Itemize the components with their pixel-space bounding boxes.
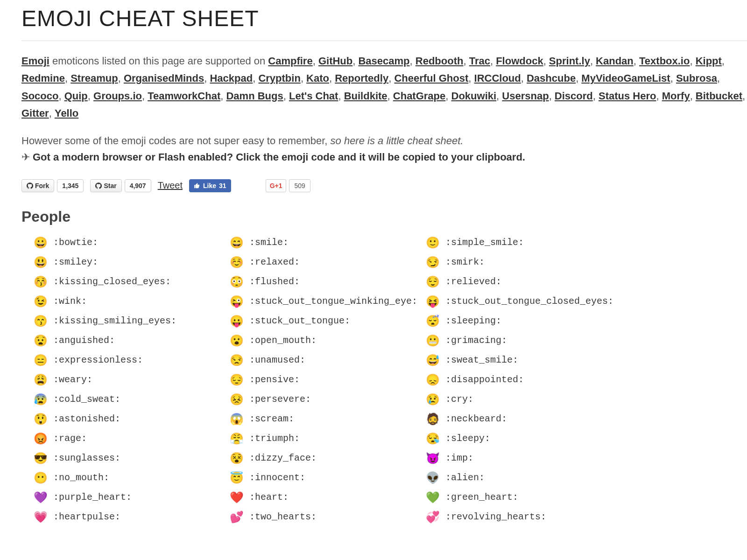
emoji-code[interactable]: :open_mouth: bbox=[249, 335, 317, 346]
emoji-glyph: 😛 bbox=[230, 315, 243, 328]
service-link[interactable]: Discord bbox=[555, 90, 593, 102]
emoji-code[interactable]: :kissing_smiling_eyes: bbox=[53, 315, 176, 326]
emoji-code[interactable]: :sleepy: bbox=[445, 433, 490, 444]
emoji-glyph: 😙 bbox=[34, 315, 47, 328]
service-link[interactable]: Sprint.ly bbox=[549, 55, 590, 67]
emoji-code[interactable]: :grimacing: bbox=[445, 335, 507, 346]
emoji-code[interactable]: :pensive: bbox=[249, 374, 300, 385]
service-link[interactable]: IRCCloud bbox=[474, 72, 521, 84]
service-link[interactable]: Quip bbox=[64, 90, 88, 102]
emoji-code[interactable]: :scream: bbox=[249, 413, 294, 424]
service-link[interactable]: MyVideoGameList bbox=[581, 72, 670, 84]
service-link[interactable]: Flowdock bbox=[496, 55, 543, 67]
service-link[interactable]: Kandan bbox=[596, 55, 634, 67]
emoji-code[interactable]: :sweat_smile: bbox=[445, 355, 518, 365]
github-fork-button[interactable]: Fork bbox=[21, 179, 54, 192]
emoji-code[interactable]: :relieved: bbox=[445, 276, 501, 287]
emoji-code[interactable]: :astonished: bbox=[53, 413, 120, 424]
emoji-code[interactable]: :unamused: bbox=[249, 355, 305, 365]
service-link[interactable]: Damn Bugs bbox=[226, 90, 283, 102]
service-link[interactable]: Campfire bbox=[268, 55, 312, 67]
service-link[interactable]: GitHub bbox=[318, 55, 352, 67]
emoji-code[interactable]: :kissing_closed_eyes: bbox=[53, 276, 171, 287]
github-star-button[interactable]: Star bbox=[90, 179, 121, 192]
service-link[interactable]: ChatGrape bbox=[393, 90, 445, 102]
emoji-row: 😧:anguished: bbox=[34, 334, 230, 348]
facebook-like-button[interactable]: Like 31 bbox=[189, 179, 231, 192]
service-link[interactable]: Yello bbox=[55, 107, 78, 119]
emoji-code[interactable]: :expressionless: bbox=[53, 355, 143, 365]
emoji-glyph: 😴 bbox=[426, 315, 439, 328]
emoji-code[interactable]: :cry: bbox=[445, 394, 473, 405]
service-link[interactable]: Cryptbin bbox=[258, 72, 300, 84]
service-link[interactable]: Kato bbox=[306, 72, 329, 84]
emoji-code[interactable]: :flushed: bbox=[249, 276, 300, 287]
service-link[interactable]: Basecamp bbox=[358, 55, 409, 67]
emoji-code[interactable]: :weary: bbox=[53, 374, 92, 385]
emoji-code[interactable]: :dizzy_face: bbox=[249, 453, 317, 463]
emoji-code[interactable]: :triumph: bbox=[249, 433, 300, 444]
service-link[interactable]: Textbox.io bbox=[639, 55, 690, 67]
service-link[interactable]: Gitter bbox=[21, 107, 49, 119]
service-link[interactable]: Trac bbox=[469, 55, 490, 67]
emoji-code[interactable]: :green_heart: bbox=[445, 492, 518, 503]
service-link[interactable]: Dashcube bbox=[527, 72, 576, 84]
emoji-code[interactable]: :anguished: bbox=[53, 335, 115, 346]
emoji-code[interactable]: :purple_heart: bbox=[53, 492, 132, 503]
service-link[interactable]: OrganisedMinds bbox=[124, 72, 204, 84]
emoji-code[interactable]: :wink: bbox=[53, 296, 87, 307]
emoji-code[interactable]: :persevere: bbox=[249, 394, 311, 405]
service-link[interactable]: Redbooth bbox=[416, 55, 464, 67]
service-link[interactable]: Status Hero bbox=[599, 90, 656, 102]
emoji-glyph: 😡 bbox=[34, 432, 47, 445]
service-link[interactable]: Bitbucket bbox=[696, 90, 742, 102]
emoji-glyph: 💜 bbox=[34, 491, 47, 504]
service-link[interactable]: Let's Chat bbox=[289, 90, 338, 102]
emoji-code[interactable]: :imp: bbox=[445, 453, 473, 463]
service-link[interactable]: Usersnap bbox=[502, 90, 549, 102]
tweet-button[interactable]: Tweet bbox=[158, 180, 183, 191]
emoji-code[interactable]: :cold_sweat: bbox=[53, 394, 120, 405]
emoji-code[interactable]: :heart: bbox=[249, 492, 289, 503]
emoji-code[interactable]: :sleeping: bbox=[445, 315, 501, 326]
emoji-code[interactable]: :smile: bbox=[249, 237, 289, 248]
github-star-count[interactable]: 4,907 bbox=[125, 179, 151, 192]
emoji-code[interactable]: :disappointed: bbox=[445, 374, 524, 385]
emoji-code[interactable]: :revolving_hearts: bbox=[445, 511, 546, 522]
emoji-code[interactable]: :innocent: bbox=[249, 472, 305, 483]
emoji-code[interactable]: :sunglasses: bbox=[53, 453, 120, 463]
emoji-code[interactable]: :stuck_out_tongue_winking_eye: bbox=[249, 296, 417, 307]
emoji-code[interactable]: :smirk: bbox=[445, 257, 485, 267]
service-link[interactable]: Reportedly bbox=[335, 72, 388, 84]
github-fork-count[interactable]: 1,345 bbox=[57, 179, 84, 192]
emoji-code[interactable]: :heartpulse: bbox=[53, 511, 120, 522]
google-plus-count[interactable]: 509 bbox=[289, 179, 310, 192]
emoji-code[interactable]: :simple_smile: bbox=[445, 237, 524, 248]
service-link[interactable]: Kippt bbox=[696, 55, 722, 67]
emoji-code[interactable]: :stuck_out_tongue_closed_eyes: bbox=[445, 296, 613, 307]
service-link[interactable]: Streamup bbox=[70, 72, 118, 84]
emoji-code[interactable]: :no_mouth: bbox=[53, 472, 109, 483]
service-link[interactable]: Dokuwiki bbox=[451, 90, 497, 102]
service-link[interactable]: Hackpad bbox=[210, 72, 253, 84]
emoji-code[interactable]: :bowtie: bbox=[53, 237, 98, 248]
emoji-code[interactable]: :two_hearts: bbox=[249, 511, 317, 522]
emoji-glyph: 🧔 bbox=[426, 413, 439, 426]
service-link[interactable]: Groups.io bbox=[93, 90, 142, 102]
emoji-code[interactable]: :alien: bbox=[445, 472, 485, 483]
emoji-code[interactable]: :neckbeard: bbox=[445, 413, 507, 424]
google-plus-button[interactable]: G+1 bbox=[266, 179, 287, 192]
emoji-code[interactable]: :stuck_out_tongue: bbox=[249, 315, 350, 326]
service-link[interactable]: Redmine bbox=[21, 72, 65, 84]
emoji-code[interactable]: :rage: bbox=[53, 433, 87, 444]
service-link[interactable]: TeamworkChat bbox=[148, 90, 220, 102]
service-link[interactable]: Sococo bbox=[21, 90, 58, 102]
service-link[interactable]: Subrosa bbox=[676, 72, 717, 84]
service-link[interactable]: Morfy bbox=[662, 90, 690, 102]
emoji-link[interactable]: Emoji bbox=[21, 55, 49, 67]
emoji-code[interactable]: :relaxed: bbox=[249, 257, 300, 267]
emoji-glyph: 😞 bbox=[426, 373, 439, 386]
service-link[interactable]: Buildkite bbox=[344, 90, 388, 102]
service-link[interactable]: Cheerful Ghost bbox=[394, 72, 468, 84]
emoji-code[interactable]: :smiley: bbox=[53, 257, 98, 267]
